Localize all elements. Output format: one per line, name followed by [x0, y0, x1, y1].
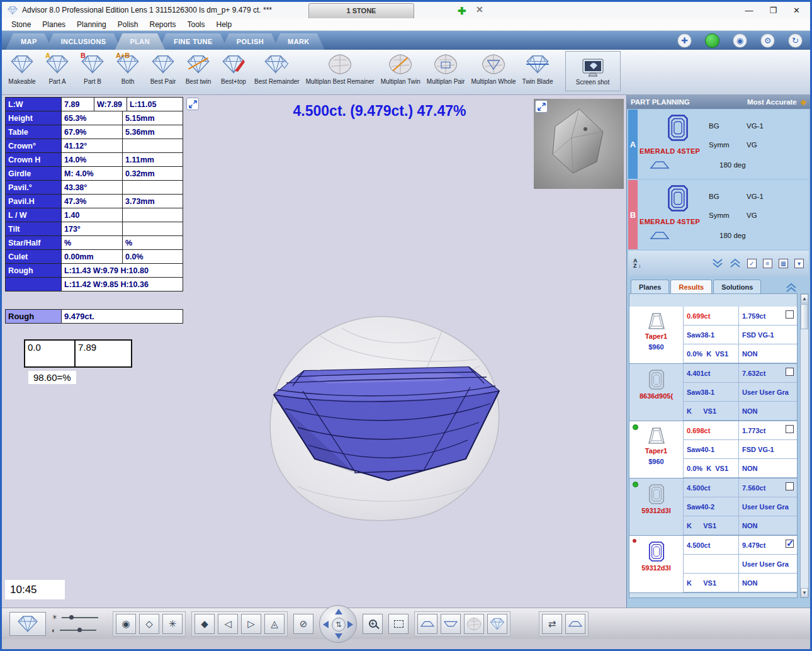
accuracy-label[interactable]: Most Accurate [747, 98, 797, 106]
photo-expand-icon[interactable] [535, 100, 548, 113]
view-plan-in-rough-button[interactable] [487, 614, 507, 634]
maximize-button[interactable]: ❐ [769, 6, 777, 15]
tab-plan[interactable]: PLAN [115, 33, 166, 50]
gem-side-view-button[interactable] [9, 612, 46, 636]
add-stone-icon[interactable]: ✚ [458, 5, 466, 17]
gem-twin-icon [184, 51, 213, 77]
result-checkbox[interactable] [786, 368, 794, 376]
toolbar-twin-blade[interactable]: Twin Blade [519, 51, 556, 85]
toolbar-multiplan-pair[interactable]: Multiplan Pair [424, 51, 468, 85]
collapse-all-icon[interactable] [730, 258, 741, 268]
scroll-down-icon[interactable]: ▼ [801, 588, 808, 597]
menu-reports[interactable]: Reports [144, 20, 181, 30]
level-gem-button[interactable] [565, 614, 585, 634]
result-row-5[interactable]: 59312d3l 4.500ct 9.479ct User User Gra K… [629, 536, 797, 593]
scroll-thumb[interactable] [801, 304, 808, 329]
sort-az-icon[interactable]: AZ ↓ [633, 258, 641, 268]
toolbar-best-pair[interactable]: Best Pair [145, 51, 181, 85]
rotate-right-icon[interactable] [347, 621, 353, 628]
result-row-2[interactable]: 8636d905( 4.401ct 7.632ct Saw38-1 User U… [629, 364, 797, 421]
toolbar-part-b[interactable]: B Part B [75, 51, 110, 85]
result-row-4[interactable]: 59312d3l 4.500ct 7.560ct Saw40-2 User Us… [629, 478, 797, 536]
tab-solutions[interactable]: Solutions [713, 280, 761, 293]
rotate-down-icon[interactable] [335, 633, 342, 639]
grid-filter-icon[interactable]: ▦ [779, 259, 788, 268]
toolbar-best-remainder[interactable]: Best Remainder [251, 51, 303, 85]
list-filter-icon[interactable]: ≡ [763, 259, 772, 268]
zoom-area-button[interactable] [388, 614, 409, 634]
show-tagged-button[interactable]: ◬ [264, 614, 285, 634]
part-a-block[interactable]: A EMERALD 4STEP BG VG-1 Symm VG 180 deg [628, 110, 809, 179]
view-pavilion-button[interactable] [441, 614, 461, 634]
girdle-view-button[interactable]: ◉ [116, 614, 136, 634]
toolbar-makeable[interactable]: Makeable [4, 51, 40, 85]
show-gem-button[interactable]: ◆ [195, 614, 215, 634]
zoom-in-button[interactable]: + [363, 614, 383, 634]
panel-collapse-icon[interactable] [777, 282, 805, 293]
screen-shot-button[interactable]: Screen shot [565, 51, 621, 91]
stone-tab[interactable]: 1 STONE [308, 3, 414, 18]
tab-results[interactable]: Results [670, 280, 712, 293]
result-checkbox[interactable]: ✓ [786, 540, 794, 548]
toolbar-multiplan-best-remainer[interactable]: Multiplan Best Remainer [303, 51, 378, 85]
pin-icon[interactable]: ▾ [794, 259, 804, 268]
symm-grade: VG [747, 141, 757, 149]
expand-all-icon[interactable] [712, 258, 723, 268]
results-scrollbar[interactable]: ▲ ▼ [800, 293, 809, 598]
toolbar-both[interactable]: A+B Both [110, 51, 145, 85]
toolbar-best-top[interactable]: Best+top [216, 51, 251, 85]
lens-icon[interactable]: ◉ [733, 33, 747, 48]
toolbar-multiplan-twin[interactable]: Multiplan Twin [378, 51, 424, 85]
tab-polish[interactable]: POLISH [222, 33, 279, 50]
tab-fine-tune[interactable]: FINE TUNE [159, 33, 228, 50]
menu-tools[interactable]: Tools [182, 20, 211, 30]
tab-inclusions[interactable]: INCLUSIONS [46, 33, 121, 50]
table-view-button[interactable]: ◇ [139, 614, 159, 634]
compass-icon[interactable]: ✚ [677, 33, 692, 48]
close-stone-icon[interactable]: ✕ [476, 4, 483, 14]
accuracy-gem-icon: ◆ [801, 98, 806, 106]
scroll-up-icon[interactable]: ▲ [801, 294, 808, 303]
minimize-button[interactable]: — [745, 6, 753, 15]
toolbar-part-a[interactable]: A Part A [40, 51, 75, 85]
part-b-block[interactable]: B EMERALD 4STEP BG VG-1 Symm VG 180 deg [628, 180, 809, 249]
part-planning-header: PART PLANNING Most Accurate ◆ [627, 95, 810, 109]
show-plane-b-button[interactable]: ▷ [241, 614, 261, 634]
settings-gear-icon[interactable]: ⚙ [760, 33, 775, 48]
swap-parts-button[interactable]: ⇄ [542, 614, 562, 634]
tab-planes[interactable]: Planes [631, 280, 669, 293]
menu-planning[interactable]: Planning [71, 20, 112, 30]
close-button[interactable]: ✕ [793, 6, 800, 15]
result-checkbox[interactable] [786, 425, 794, 433]
emerald-cut-icon [667, 113, 689, 143]
result-row-1[interactable]: Taper1 $960 0.699ct 1.759ct Saw38-1 FSD … [629, 307, 797, 364]
rotation-deg: 180 deg [719, 161, 746, 169]
menu-polish[interactable]: Polish [112, 20, 144, 30]
brightness-sliders[interactable]: ☀ ◐ [52, 613, 107, 634]
toolbar-multiplan-whole[interactable]: Multiplan Whole [468, 51, 519, 85]
menu-help[interactable]: Help [211, 20, 238, 30]
hide-planes-button[interactable]: ⊘ [293, 614, 313, 634]
show-plane-a-button[interactable]: ◁ [218, 614, 238, 634]
view-crown-button[interactable] [417, 614, 437, 634]
result-row-3[interactable]: Taper1 $960 0.698ct 1.773ct Saw40-1 FSD … [629, 421, 797, 478]
rotate-left-icon[interactable] [323, 621, 329, 628]
view-rough-button[interactable] [464, 614, 484, 634]
rotate-up-icon[interactable] [335, 609, 342, 614]
menu-planes[interactable]: Planes [37, 20, 71, 30]
tab-map[interactable]: MAP [6, 33, 52, 50]
tab-mark[interactable]: MARK [273, 33, 325, 50]
check-filter-icon[interactable]: ✓ [747, 259, 757, 268]
menu-stone[interactable]: Stone [6, 20, 37, 30]
result-checkbox[interactable] [786, 482, 794, 490]
facets-view-button[interactable]: ✳ [162, 614, 183, 634]
rotate-center-icon[interactable]: ⇅ [332, 618, 346, 631]
angle-value-b[interactable]: 7.89 [76, 339, 132, 368]
status-green-icon[interactable] [705, 33, 719, 48]
side-profile-icon [648, 230, 671, 241]
rotation-pad[interactable]: ⇅ [319, 605, 357, 643]
result-checkbox[interactable] [786, 310, 794, 319]
refresh-icon[interactable]: ↻ [788, 33, 803, 48]
angle-value-a[interactable]: 0.0 [24, 339, 76, 368]
toolbar-best-twin[interactable]: Best twin [181, 51, 216, 85]
